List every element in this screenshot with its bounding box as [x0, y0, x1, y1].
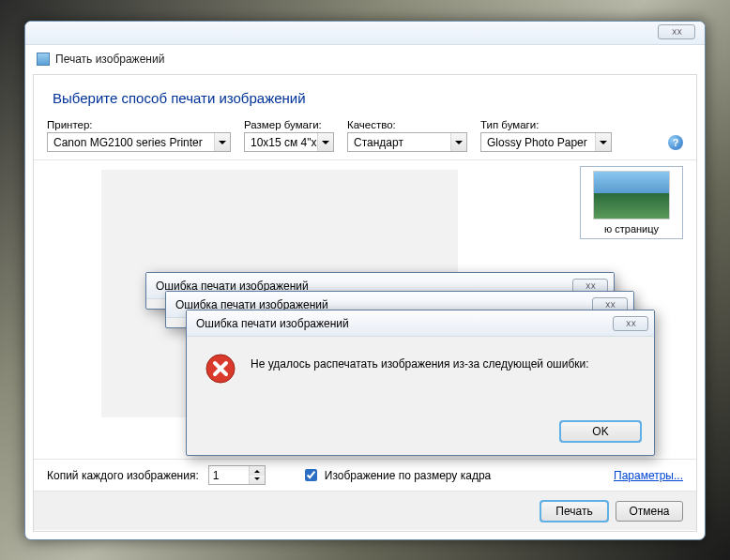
quality-value: Стандарт — [354, 136, 403, 149]
error-close-button[interactable] — [613, 316, 648, 331]
chevron-down-icon — [317, 133, 333, 151]
printer-option: Принтер: Canon MG2100 series Printer — [47, 119, 231, 152]
error-dialog-front: Ошибка печати изображений Не удалось рас… — [186, 310, 655, 456]
layout-templates: ю страницу — [580, 166, 683, 239]
outer-close-button[interactable] — [658, 24, 695, 39]
quality-dropdown[interactable]: Стандарт — [347, 132, 467, 152]
chevron-down-icon — [450, 133, 466, 151]
paper-type-option: Тип бумаги: Glossy Photo Paper — [480, 119, 612, 152]
ok-button[interactable]: OK — [560, 421, 641, 442]
copies-row: Копий каждого изображения: Изображение п… — [34, 459, 696, 491]
error-titlebar[interactable]: Ошибка печати изображений — [187, 310, 654, 337]
template-label: ю страницу — [604, 223, 659, 235]
help-icon[interactable]: ? — [668, 135, 683, 150]
fit-to-frame-checkbox[interactable]: Изображение по размеру кадра — [301, 466, 491, 484]
paper-size-value: 10x15 см 4"x — [251, 136, 317, 149]
error-title: Ошибка печати изображений — [196, 317, 349, 330]
copies-spinner[interactable] — [208, 465, 266, 485]
spinner-arrows[interactable] — [249, 466, 265, 484]
instruction-text: Выберите способ печати изображений — [34, 75, 696, 119]
quality-label: Качество: — [347, 119, 467, 130]
copies-label: Копий каждого изображения: — [47, 469, 199, 482]
printer-label: Принтер: — [47, 119, 231, 130]
print-icon — [37, 53, 50, 66]
cancel-button[interactable]: Отмена — [616, 501, 683, 522]
window-titlebar: Печать изображений — [31, 48, 699, 70]
copies-input[interactable] — [209, 466, 249, 484]
fit-checkbox-input[interactable] — [305, 469, 317, 481]
print-options-row: Принтер: Canon MG2100 series Printer Раз… — [34, 119, 696, 160]
print-button[interactable]: Печать — [540, 501, 608, 522]
paper-size-dropdown[interactable]: 10x15 см 4"x — [244, 132, 334, 152]
error-body: Не удалось распечатать изображения из-за… — [187, 337, 654, 421]
paper-type-label: Тип бумаги: — [480, 119, 612, 130]
printer-value: Canon MG2100 series Printer — [53, 136, 203, 149]
options-link[interactable]: Параметры... — [614, 469, 683, 482]
dialog-button-bar: Печать Отмена — [34, 491, 696, 530]
error-icon — [205, 354, 236, 384]
paper-size-label: Размер бумаги: — [244, 119, 334, 130]
error-message: Не удалось распечатать изображения из-за… — [251, 354, 589, 408]
chevron-down-icon — [214, 133, 230, 151]
template-full-page[interactable]: ю страницу — [580, 166, 683, 239]
paper-size-option: Размер бумаги: 10x15 см 4"x — [244, 119, 334, 152]
template-thumbnail — [593, 171, 670, 219]
chevron-down-icon — [595, 133, 611, 151]
paper-type-value: Glossy Photo Paper — [487, 136, 587, 149]
quality-option: Качество: Стандарт — [347, 119, 467, 152]
printer-dropdown[interactable]: Canon MG2100 series Printer — [47, 132, 231, 152]
window-title: Печать изображений — [55, 53, 164, 66]
fit-label: Изображение по размеру кадра — [325, 469, 491, 482]
error-button-bar: OK — [187, 421, 654, 455]
paper-type-dropdown[interactable]: Glossy Photo Paper — [480, 132, 612, 152]
